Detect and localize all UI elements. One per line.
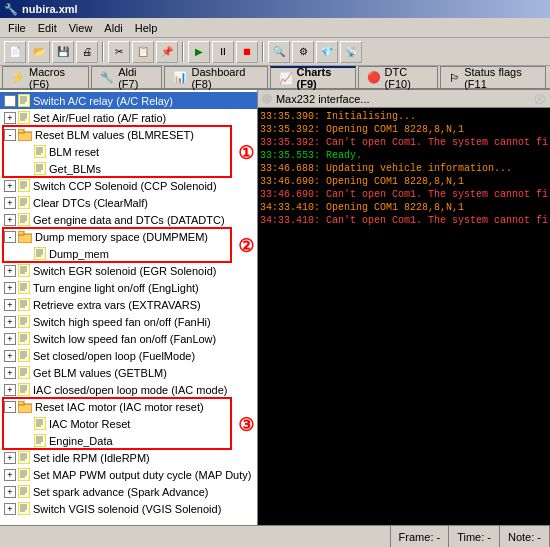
tree-expand-button[interactable]: + <box>4 282 16 294</box>
toolbar-extra1[interactable]: 🔍 <box>268 41 290 63</box>
tree-item[interactable]: -Dump memory space (DUMPMEM) <box>0 228 257 245</box>
script-icon <box>18 315 30 328</box>
menu-edit[interactable]: Edit <box>32 20 63 36</box>
tree-container: +Switch A/C relay (A/C Relay)+Set Air/Fu… <box>0 92 257 517</box>
tree-expand-button[interactable]: + <box>4 316 16 328</box>
tree-item-label: Get BLM values (GETBLM) <box>33 367 167 379</box>
toolbar-extra4[interactable]: 📡 <box>340 41 362 63</box>
log-line: 33:35.553: Ready. <box>260 149 548 162</box>
tree-item[interactable]: +Turn engine light on/off (EngLight) <box>0 279 257 296</box>
menu-aldi[interactable]: Aldi <box>98 20 128 36</box>
tree-item[interactable]: +Get engine data and DTCs (DATADTC) <box>0 211 257 228</box>
tree-item[interactable]: +Switch low speed fan on/off (FanLow) <box>0 330 257 347</box>
tree-expand-button[interactable]: + <box>4 452 16 464</box>
tree-expand-button[interactable]: + <box>4 350 16 362</box>
tree-expand-button[interactable]: - <box>4 401 16 413</box>
tree-item[interactable]: Dump_mem <box>0 245 257 262</box>
tree-item[interactable]: Engine_Data <box>0 432 257 449</box>
toolbar-paste[interactable]: 📌 <box>156 41 178 63</box>
tree-item[interactable]: +Clear DTCs (ClearMalf) <box>0 194 257 211</box>
tree-item-label: Set closed/open loop (FuelMode) <box>33 350 195 362</box>
script-icon <box>18 264 30 277</box>
tree-expand-button[interactable]: + <box>4 265 16 277</box>
tree-expand-button[interactable]: + <box>4 299 16 311</box>
toolbar-save[interactable]: 💾 <box>52 41 74 63</box>
tree-item[interactable]: +Switch high speed fan on/off (FanHi) <box>0 313 257 330</box>
tab-macros[interactable]: ⚡ Macros (F6) <box>2 66 89 88</box>
status-time: Time: - <box>449 526 500 547</box>
main-area: +Switch A/C relay (A/C Relay)+Set Air/Fu… <box>0 90 550 525</box>
menu-view[interactable]: View <box>63 20 99 36</box>
tree-item-label: Switch EGR solenoid (EGR Solenoid) <box>33 265 216 277</box>
tree-item[interactable]: +Set spark advance (Spark Advance) <box>0 483 257 500</box>
tree-item[interactable]: +Switch CCP Solenoid (CCP Solenoid) <box>0 177 257 194</box>
tree-item-label: Switch low speed fan on/off (FanLow) <box>33 333 216 345</box>
tree-item[interactable]: -Reset IAC motor (IAC motor reset) <box>0 398 257 415</box>
menu-help[interactable]: Help <box>129 20 164 36</box>
toolbar-extra3[interactable]: 💎 <box>316 41 338 63</box>
tree-item[interactable]: +Set Air/Fuel ratio (A/F ratio) <box>0 109 257 126</box>
script-icon <box>18 349 30 362</box>
tree-item[interactable]: -Reset BLM values (BLMRESET) <box>0 126 257 143</box>
tree-item[interactable]: BLM reset <box>0 143 257 160</box>
tree-expand-button[interactable]: + <box>4 367 16 379</box>
close-icon[interactable]: ⊗ <box>533 89 546 108</box>
tab-bar: ⚡ Macros (F6) 🔧 Aldi (F7) 📊 Dashboard (F… <box>0 66 550 90</box>
tree-item-label: Set idle RPM (IdleRPM) <box>33 452 150 464</box>
aldi-icon: 🔧 <box>100 71 114 84</box>
status-empty <box>0 526 391 547</box>
tree-item-label: Dump memory space (DUMPMEM) <box>35 231 208 243</box>
tab-charts[interactable]: 📈 Charts (F9) <box>270 66 356 88</box>
tab-dashboard[interactable]: 📊 Dashboard (F8) <box>164 66 267 88</box>
toolbar-new[interactable]: 📄 <box>4 41 26 63</box>
log-line: 33:46.690: Can't open Com1. The system c… <box>260 188 548 201</box>
tree-item[interactable]: +Get BLM values (GETBLM) <box>0 364 257 381</box>
tree-expand-button[interactable]: + <box>4 112 16 124</box>
tree-item[interactable]: +Set MAP PWM output duty cycle (MAP Duty… <box>0 466 257 483</box>
connection-indicator <box>262 94 272 104</box>
tree-item[interactable]: +Switch VGIS solenoid (VGIS Solenoid) <box>0 500 257 517</box>
tree-expand-button[interactable]: + <box>4 469 16 481</box>
tree-expand-button[interactable]: + <box>4 197 16 209</box>
tree-item[interactable]: +Set closed/open loop (FuelMode) <box>0 347 257 364</box>
script-icon <box>18 213 30 226</box>
menu-bar: File Edit View Aldi Help <box>0 18 550 38</box>
toolbar: 📄 📂 💾 🖨 ✂ 📋 📌 ▶ ⏸ ⏹ 🔍 ⚙ 💎 📡 <box>0 38 550 66</box>
toolbar-print[interactable]: 🖨 <box>76 41 98 63</box>
tab-dtc[interactable]: 🔴 DTC (F10) <box>358 66 439 88</box>
log-line: 33:35.392: Opening COM1 8228,8,N,1 <box>260 123 548 136</box>
tree-expand-button[interactable]: + <box>4 486 16 498</box>
tab-aldi[interactable]: 🔧 Aldi (F7) <box>91 66 162 88</box>
toolbar-pause[interactable]: ⏸ <box>212 41 234 63</box>
tree-expand-button[interactable]: + <box>4 214 16 226</box>
tree-item-label: Reset IAC motor (IAC motor reset) <box>35 401 204 413</box>
toolbar-stop[interactable]: ⏹ <box>236 41 258 63</box>
tree-item[interactable]: IAC Motor Reset <box>0 415 257 432</box>
log-line: 34:33.410: Opening COM1 8228,8,N,1 <box>260 201 548 214</box>
toolbar-run[interactable]: ▶ <box>188 41 210 63</box>
toolbar-open[interactable]: 📂 <box>28 41 50 63</box>
menu-file[interactable]: File <box>2 20 32 36</box>
toolbar-copy[interactable]: 📋 <box>132 41 154 63</box>
toolbar-cut[interactable]: ✂ <box>108 41 130 63</box>
script-icon <box>18 179 30 192</box>
tree-expand-button[interactable]: - <box>4 231 16 243</box>
toolbar-sep2 <box>182 42 184 62</box>
svg-rect-85 <box>18 401 24 405</box>
tree-expand-button[interactable]: + <box>4 95 16 107</box>
status-frame: Frame: - <box>391 526 450 547</box>
status-bar: Frame: - Time: - Note: - <box>0 525 550 547</box>
tree-expand-button[interactable]: - <box>4 129 16 141</box>
tree-item[interactable]: Get_BLMs <box>0 160 257 177</box>
tree-expand-button[interactable]: + <box>4 180 16 192</box>
tab-status[interactable]: 🏳 Status flags (F11 <box>440 66 546 88</box>
toolbar-extra2[interactable]: ⚙ <box>292 41 314 63</box>
tree-item[interactable]: +Retrieve extra vars (EXTRAVARS) <box>0 296 257 313</box>
tree-item[interactable]: +Set idle RPM (IdleRPM) <box>0 449 257 466</box>
tree-item[interactable]: +Switch A/C relay (A/C Relay) <box>0 92 257 109</box>
tree-item[interactable]: +Switch EGR solenoid (EGR Solenoid) <box>0 262 257 279</box>
tree-expand-button[interactable]: + <box>4 333 16 345</box>
tree-item[interactable]: +IAC closed/open loop mode (IAC mode) <box>0 381 257 398</box>
tree-expand-button[interactable]: + <box>4 384 16 396</box>
tree-expand-button[interactable]: + <box>4 503 16 515</box>
